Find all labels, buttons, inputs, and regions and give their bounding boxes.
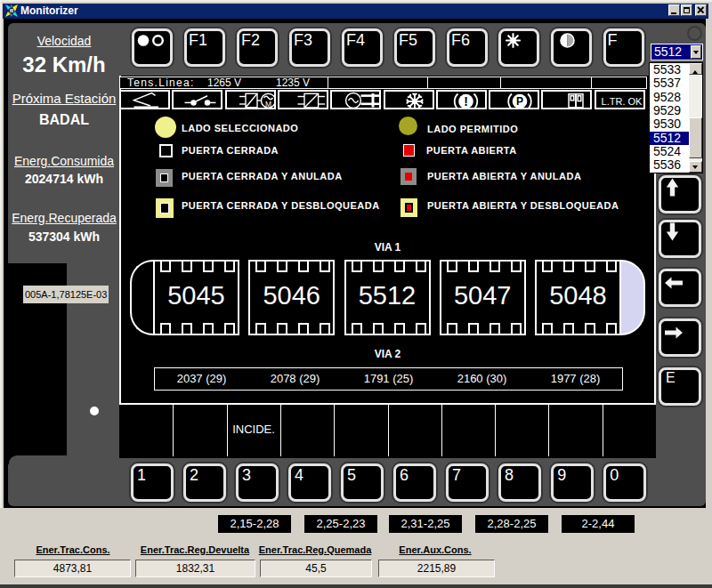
svg-text:P: P: [516, 95, 523, 108]
svg-text:L.TR. OK: L.TR. OK: [601, 96, 643, 107]
svg-text:!: !: [464, 94, 468, 109]
svg-text:M: M: [265, 100, 271, 109]
